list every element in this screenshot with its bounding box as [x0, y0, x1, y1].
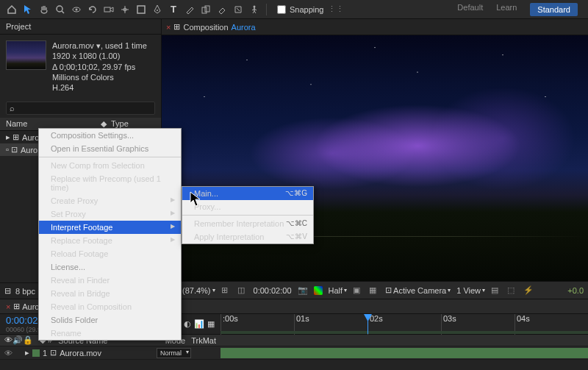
workspace-learn[interactable]: Learn [496, 3, 517, 16]
playhead[interactable] [368, 314, 368, 334]
svg-line-17 [254, 11, 256, 13]
asset-name: Aurora.mov ▾ [52, 41, 101, 50]
svg-line-1 [62, 11, 64, 13]
orbit-tool-icon[interactable] [69, 2, 84, 17]
context-menu: Composition Settings...Open in Essential… [38, 128, 182, 341]
asset-codec: H.264 [52, 82, 147, 93]
roi-icon[interactable]: ▣ [353, 285, 363, 296]
exposure-value[interactable]: +0.0 [567, 286, 584, 295]
puppet-tool-icon[interactable] [247, 2, 262, 17]
composition-tab[interactable]: ⊞ Composition Aurora [173, 22, 255, 32]
close-tab-icon[interactable]: × [6, 302, 10, 311]
menu-item: Solids Folder [39, 313, 181, 327]
separator [266, 4, 267, 15]
svg-rect-4 [104, 7, 110, 12]
submenu-item[interactable]: Main...⌥⌘G [182, 187, 313, 200]
snapping-label: Snapping [290, 5, 324, 14]
submenu-item: Apply Interpretation⌥⌘V [182, 230, 313, 243]
menu-item[interactable]: Rename [39, 327, 181, 340]
draft3d-icon[interactable]: ▦ [207, 319, 215, 329]
menu-item[interactable]: Set Proxy▶ [39, 207, 181, 221]
grid-icon[interactable]: ⊞ [221, 285, 232, 296]
file-icon: ▫ ⊡ [6, 145, 18, 154]
snapping-checkbox[interactable] [277, 5, 286, 14]
zoom-dropdown[interactable]: (87.4%) ▾ [182, 286, 215, 295]
menu-item[interactable]: Interpret Footage▶ [39, 221, 181, 234]
timeline-ruler-area[interactable]: :00s 01s 02s 03s 04s [220, 314, 588, 334]
menu-item[interactable]: Replace Footage▶ [39, 234, 181, 247]
fast-preview-icon[interactable]: ⚡ [523, 285, 534, 296]
current-time[interactable]: 0:00:02:00 [254, 286, 292, 295]
anchor-tool-icon[interactable] [118, 2, 132, 17]
menu-item[interactable]: Reveal in Finder [39, 274, 181, 287]
panel-icon: ⊞ [173, 22, 180, 32]
layer-number: 1 [43, 349, 47, 357]
asset-dimensions: 1920 x 1080 (1.00) [52, 51, 147, 61]
timeline-tab-icon: ⊞ [13, 302, 20, 311]
asset-thumbnail[interactable] [6, 40, 46, 70]
menu-item[interactable]: Reload Footage [39, 247, 181, 260]
composition-tabs: × ⊞ Composition Aurora [162, 19, 588, 35]
composition-name: Aurora [232, 23, 256, 32]
svg-rect-8 [137, 6, 145, 13]
3d-icon[interactable]: ⬚ [507, 285, 517, 296]
graph-icon[interactable]: 📊 [194, 319, 204, 329]
submenu-item: Proxy... [182, 200, 313, 213]
layer-file-icon: ⊡ [50, 348, 57, 357]
view-options-icon[interactable]: ▤ [491, 285, 501, 296]
svg-point-3 [76, 8, 78, 10]
home-icon[interactable] [4, 2, 19, 17]
mask-icon[interactable]: ◫ [237, 285, 248, 296]
menu-item[interactable]: Replace with Precomp (used 1 time) [39, 172, 181, 194]
pen-tool-icon[interactable] [150, 2, 165, 17]
trkmat-header[interactable]: TrkMat [191, 336, 216, 345]
eye-icon[interactable]: 👁 [4, 349, 13, 357]
clone-tool-icon[interactable] [198, 2, 213, 17]
project-search-input[interactable]: ⌕ [6, 102, 155, 115]
transparency-icon[interactable]: ▦ [369, 285, 379, 296]
layer-bar-track[interactable] [220, 346, 588, 359]
snapping-options-icon[interactable]: ⋮⋮ [328, 4, 344, 14]
menu-item[interactable]: New Comp from Selection [39, 159, 181, 172]
hand-tool-icon[interactable] [37, 2, 51, 17]
camera-tool-icon[interactable] [101, 2, 116, 17]
bpc-toggle[interactable]: 8 bpc [15, 287, 35, 296]
brush-tool-icon[interactable] [182, 2, 197, 17]
svg-rect-10 [202, 7, 207, 13]
snapshot-icon[interactable]: 📷 [298, 285, 308, 296]
work-area-bar[interactable] [220, 331, 588, 334]
submenu-item[interactable]: Remember Interpretation⌥⌘C [182, 217, 313, 230]
menu-item[interactable]: Reveal in Composition [39, 300, 181, 313]
close-tab-icon[interactable]: × [166, 23, 171, 32]
type-tool-icon[interactable]: T [166, 2, 181, 17]
roto-tool-icon[interactable] [231, 2, 245, 17]
search-icon: ⌕ [10, 104, 15, 113]
eraser-tool-icon[interactable] [215, 2, 229, 17]
color-icon[interactable] [314, 286, 323, 295]
snapping-toggle[interactable]: Snapping ⋮⋮ [277, 4, 344, 14]
layer-name[interactable]: Aurora.mov [60, 349, 101, 357]
selection-tool-icon[interactable] [21, 2, 35, 17]
project-panel-title: Project [0, 19, 161, 35]
blend-mode-dropdown[interactable]: Normal [157, 348, 191, 358]
workspace-default[interactable]: Default [457, 3, 483, 16]
layer-duration-bar[interactable] [220, 348, 588, 358]
motion-blur-icon[interactable]: ◐ [184, 319, 191, 329]
asset-duration: Δ 0;00;10;02, 29.97 fps [52, 62, 147, 72]
interpret-icon[interactable]: ⊟ [4, 286, 11, 296]
layer-color-chip[interactable] [32, 349, 40, 357]
composition-panel: × ⊞ Composition Aurora ⊕ (87.4%) ▾ ⊞ ◫ 0… [162, 19, 588, 299]
resolution-dropdown[interactable]: Half ▾ [329, 286, 348, 295]
menu-item[interactable]: Create Proxy▶ [39, 194, 181, 207]
timeline-layer-row[interactable]: 👁 ▸ 1 ⊡ Aurora.mov Normal [0, 346, 588, 360]
rotate-tool-icon[interactable] [85, 2, 100, 17]
view-dropdown[interactable]: 1 View ▾ [456, 286, 485, 295]
rect-tool-icon[interactable] [134, 2, 148, 17]
camera-dropdown[interactable]: ⊡ Active Camera ▾ [385, 285, 451, 295]
twirl-icon[interactable]: ▸ [25, 348, 29, 357]
menu-item[interactable]: Reveal in Bridge [39, 287, 181, 300]
menu-item: Open in Essential Graphics [39, 142, 181, 155]
top-toolbar: T Snapping ⋮⋮ Default Learn Standard [0, 0, 588, 19]
workspace-standard[interactable]: Standard [530, 3, 578, 16]
zoom-tool-icon[interactable] [53, 2, 68, 17]
